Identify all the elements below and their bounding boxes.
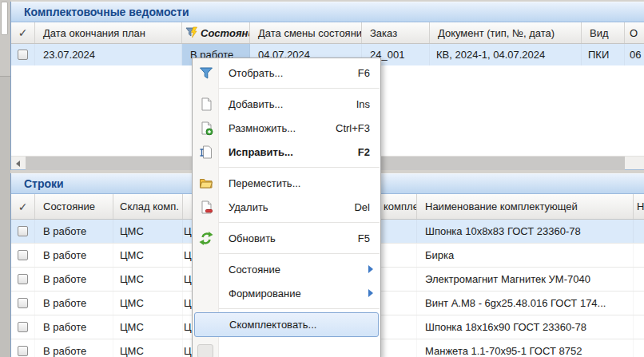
cell-clipped <box>634 292 644 315</box>
cell-state: В работе <box>35 220 113 243</box>
cell-name: Электромагнит Магнитек УМ-7040 <box>417 268 634 291</box>
check-icon: ✓ <box>18 200 28 213</box>
cell-warehouse: ЦМС <box>113 339 183 357</box>
menu-separator <box>193 88 380 89</box>
menu-item[interactable]: Скомплектовать... <box>194 312 379 337</box>
menu-item-label: Отобрать... <box>229 67 283 79</box>
cell-name: Манжета 1.1-70x95-1 ГОСТ 8752 <box>417 339 634 357</box>
menu-item-label: Скомплектовать... <box>229 319 316 331</box>
column-header-warehouse[interactable]: Склад комп. <box>113 194 183 219</box>
column-header-clipped[interactable]: Н <box>634 194 644 219</box>
cell-check <box>11 220 35 243</box>
cell-clipped <box>634 268 644 291</box>
cell-clipped <box>634 220 644 243</box>
row-checkbox[interactable] <box>18 250 28 260</box>
page-new-icon <box>197 96 214 113</box>
submenu-arrow-icon <box>368 289 373 297</box>
menu-separator <box>193 222 380 223</box>
cell-warehouse: ЦМС <box>113 220 183 243</box>
menu-separator <box>193 167 380 168</box>
cell-kind: ПКИ <box>582 44 625 65</box>
menu-item-label: Состояние <box>229 264 280 276</box>
menu-item[interactable]: Отобрать...F6 <box>193 61 380 85</box>
menu-item-partial[interactable] <box>193 341 380 357</box>
menu-item[interactable]: УдалитьDel <box>193 195 380 219</box>
cell-clipped <box>634 315 644 339</box>
cell-state: В работе <box>35 244 113 267</box>
menu-item-label: Формирование <box>229 288 301 299</box>
column-header-state-change[interactable]: Дата смены состояния <box>250 22 362 43</box>
left-edge-scrollbar[interactable] <box>1 2 8 35</box>
cell-state: В работе <box>35 268 113 291</box>
page-delete-icon <box>197 199 214 216</box>
menu-item-icon <box>197 344 213 357</box>
column-header-state[interactable]: Состояние <box>182 22 250 43</box>
menu-item-label: Размножить... <box>229 122 296 134</box>
window-edge-strip-lower <box>0 76 10 357</box>
cell-clipped <box>634 244 644 267</box>
menu-item-hotkey: Del <box>354 201 370 213</box>
check-icon: ✓ <box>18 26 28 39</box>
column-header-kind[interactable]: Вид <box>582 22 625 43</box>
cell-check <box>11 244 35 267</box>
submenu-arrow-icon <box>368 265 373 273</box>
panel-title: Комплектовочные ведомости <box>11 2 644 22</box>
row-checkbox[interactable] <box>18 274 28 284</box>
filter-lightning-icon <box>185 26 198 40</box>
cell-warehouse: ЦМС <box>113 292 183 315</box>
menu-item[interactable]: Формирование <box>193 281 380 305</box>
menu-item-label: Обновить <box>229 232 276 244</box>
row-checkbox[interactable] <box>18 50 28 60</box>
cell-warehouse: ЦМС <box>113 315 183 339</box>
column-header-name[interactable]: Наименование комплектующей <box>417 194 634 219</box>
menu-item-hotkey: Ctrl+F3 <box>336 122 370 134</box>
cell-warehouse: ЦМС <box>113 268 183 291</box>
row-checkbox[interactable] <box>18 226 28 236</box>
menu-item[interactable]: ОбновитьF5 <box>193 226 380 250</box>
menu-item[interactable]: Состояние <box>193 257 380 281</box>
sheets-table-header: ✓ Дата окончания план Состояние Дата сме… <box>11 22 644 44</box>
column-header-clipped[interactable]: О <box>625 22 644 43</box>
cell-name: Шпонка 18x16x90 ГОСТ 23360-78 <box>417 315 634 339</box>
folder-move-icon <box>197 175 214 192</box>
cell-warehouse: ЦМС <box>113 244 183 267</box>
cell-name: Винт А.М8 - 6gх25.48.016 ГОСТ 174... <box>417 292 634 315</box>
row-checkbox[interactable] <box>18 322 28 332</box>
column-header-check[interactable]: ✓ <box>11 194 35 219</box>
row-checkbox[interactable] <box>18 346 28 356</box>
menu-item-label: Переместить... <box>229 177 300 189</box>
column-header-date-end[interactable]: Дата окончания план <box>35 22 182 43</box>
cell-clipped: 06 <box>625 44 644 65</box>
row-checkbox[interactable] <box>18 298 28 308</box>
menu-item-label: Удалить <box>229 201 268 213</box>
menu-item-hotkey: Ins <box>356 98 370 110</box>
menu-item-label: Исправить... <box>229 146 293 158</box>
column-header-state-label: Состояние <box>201 27 250 39</box>
menu-item-label: Добавить... <box>229 98 283 110</box>
cell-document: КВ, 2024-1, 04.07.2024 <box>430 44 582 65</box>
cell-name: Шпонка 10x8x83 ГОСТ 23360-78 <box>417 220 634 243</box>
column-header-order[interactable]: Заказ <box>362 22 430 43</box>
cell-date-end: 23.07.2024 <box>35 44 182 65</box>
scroll-left-arrow[interactable] <box>11 157 25 170</box>
cell-check <box>11 315 35 339</box>
column-header-state[interactable]: Состояние <box>35 194 113 219</box>
menu-separator <box>193 308 380 309</box>
menu-item[interactable]: Исправить...F2 <box>193 140 380 164</box>
refresh-icon <box>197 230 214 247</box>
page-copy-icon <box>197 120 214 137</box>
cell-check <box>11 268 35 291</box>
menu-item[interactable]: Добавить...Ins <box>193 92 380 116</box>
menu-separator <box>193 253 380 254</box>
cell-check <box>11 339 35 357</box>
cell-name: Бирка <box>417 244 634 267</box>
cell-state: В работе <box>35 315 113 339</box>
window-edge-strip <box>0 0 10 357</box>
cell-check <box>11 44 35 65</box>
column-header-check[interactable]: ✓ <box>11 22 35 43</box>
menu-item[interactable]: Размножить...Ctrl+F3 <box>193 116 380 140</box>
page-edit-icon <box>197 144 214 161</box>
menu-item-hotkey: F2 <box>358 146 370 158</box>
column-header-document[interactable]: Документ (тип, №, дата) <box>430 22 582 43</box>
menu-item[interactable]: Переместить... <box>193 171 380 195</box>
